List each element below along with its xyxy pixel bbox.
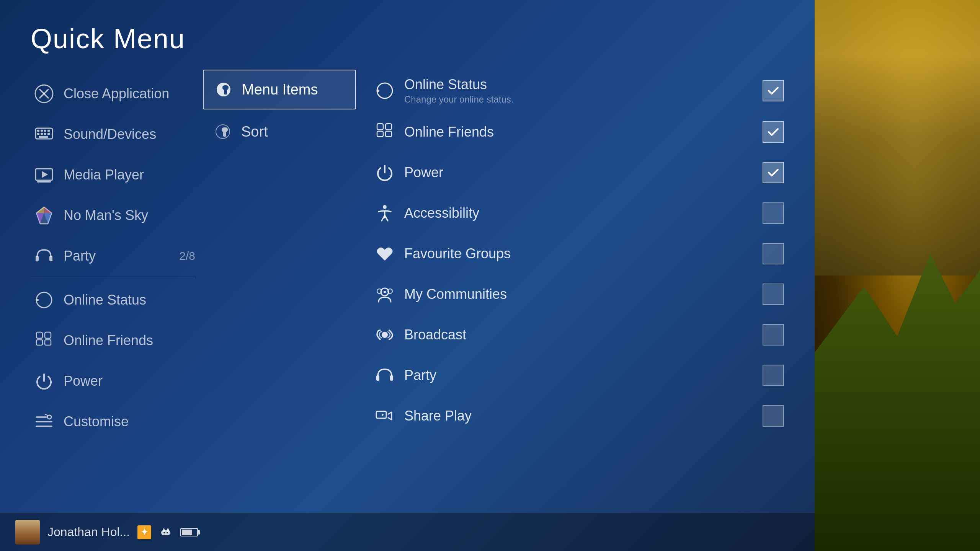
share-play-icon [371, 403, 398, 429]
settings-item-power[interactable]: Power [371, 152, 784, 193]
settings-favourite-groups-content: Favourite Groups [404, 246, 763, 262]
settings-headset-icon [371, 362, 398, 389]
settings-party-checkbox[interactable] [763, 365, 784, 386]
settings-online-status-content: Online Status Change your online status. [404, 77, 763, 105]
svg-rect-4 [37, 130, 39, 132]
settings-online-friends-content: Online Friends [404, 124, 763, 140]
settings-broadcast-checkbox[interactable] [763, 324, 784, 346]
power-label: Power [64, 373, 103, 389]
svg-rect-8 [37, 133, 39, 135]
username: Jonathan Hol... [47, 525, 130, 539]
submenu-item-sort[interactable]: Sort [203, 112, 356, 151]
settings-my-communities-name: My Communities [404, 286, 763, 302]
svg-rect-41 [385, 124, 392, 130]
middle-menu: Menu Items Sort [203, 66, 356, 513]
party-badge: 2/8 [179, 249, 195, 262]
settings-favourite-groups-name: Favourite Groups [404, 246, 763, 262]
settings-item-share-play[interactable]: Share Play [371, 396, 784, 436]
settings-my-communities-content: My Communities [404, 286, 763, 302]
sort-label: Sort [241, 124, 268, 140]
no-mans-sky-label: No Man's Sky [64, 207, 148, 223]
power-icon [31, 368, 57, 395]
cancel-circle-icon [31, 80, 57, 107]
svg-rect-27 [45, 332, 51, 338]
settings-power-content: Power [404, 165, 763, 181]
sidebar-item-online-status[interactable]: Online Status [31, 280, 195, 320]
svg-rect-26 [36, 340, 42, 345]
sidebar-item-customise[interactable]: Customise [31, 401, 195, 442]
svg-rect-9 [41, 133, 43, 135]
wrench-icon [212, 121, 234, 142]
svg-marker-15 [42, 171, 48, 178]
settings-favourite-groups-checkbox[interactable] [763, 243, 784, 264]
svg-rect-11 [47, 133, 50, 135]
svg-rect-7 [47, 130, 50, 132]
settings-party-name: Party [404, 367, 763, 383]
settings-share-play-content: Share Play [404, 408, 763, 424]
svg-rect-5 [41, 130, 43, 132]
broadcast-icon [371, 321, 398, 348]
svg-point-45 [384, 291, 386, 293]
settings-online-status-name: Online Status [404, 77, 763, 93]
sidebar-item-close-application[interactable]: Close Application [31, 73, 195, 114]
settings-online-status-checkbox[interactable] [763, 80, 784, 101]
svg-rect-25 [36, 332, 42, 338]
svg-rect-10 [44, 133, 46, 135]
face-status-icon [31, 287, 57, 313]
svg-point-38 [377, 90, 379, 92]
settings-accessibility-name: Accessibility [404, 205, 763, 221]
settings-item-favourite-groups[interactable]: Favourite Groups [371, 233, 784, 274]
heart-icon [371, 240, 398, 267]
friends-icon [31, 327, 57, 354]
svg-point-57 [167, 532, 168, 533]
svg-rect-40 [377, 131, 383, 137]
sidebar-item-online-friends[interactable]: Online Friends [31, 320, 195, 361]
settings-broadcast-content: Broadcast [404, 327, 763, 343]
customise-label: Customise [64, 414, 129, 430]
svg-rect-50 [390, 375, 393, 381]
svg-point-32 [47, 415, 51, 419]
svg-marker-52 [382, 413, 384, 416]
settings-share-play-name: Share Play [404, 408, 763, 424]
online-friends-label: Online Friends [64, 333, 153, 349]
sidebar-item-party[interactable]: Party 2/8 [31, 236, 195, 276]
svg-rect-42 [385, 131, 392, 137]
svg-line-33 [45, 414, 48, 416]
submenu-item-menu-items[interactable]: Menu Items [203, 70, 356, 109]
settings-item-my-communities[interactable]: My Communities [371, 274, 784, 315]
svg-rect-14 [37, 181, 51, 183]
svg-rect-6 [44, 130, 46, 132]
settings-item-party[interactable]: Party [371, 355, 784, 396]
sidebar-item-sound-devices[interactable]: Sound/Devices [31, 114, 195, 155]
game-icon [31, 202, 57, 229]
settings-online-status-desc: Change your online status. [404, 94, 763, 105]
settings-share-play-checkbox[interactable] [763, 405, 784, 427]
settings-item-accessibility[interactable]: Accessibility [371, 193, 784, 233]
ps-plus-icon: ✦ [137, 525, 151, 539]
settings-face-status-icon [371, 77, 398, 104]
settings-my-communities-checkbox[interactable] [763, 284, 784, 305]
svg-rect-39 [377, 124, 383, 130]
settings-online-friends-checkbox[interactable] [763, 121, 784, 143]
settings-item-broadcast[interactable]: Broadcast [371, 315, 784, 355]
settings-panel: Online Status Change your online status. [371, 66, 784, 513]
sidebar-item-media-player[interactable]: Media Player [31, 155, 195, 195]
svg-rect-28 [45, 340, 51, 345]
settings-item-online-status[interactable]: Online Status Change your online status. [371, 70, 784, 112]
media-icon [31, 161, 57, 188]
sidebar-item-no-mans-sky[interactable]: No Man's Sky [31, 195, 195, 236]
wrench-active-icon [213, 79, 234, 100]
settings-accessibility-checkbox[interactable] [763, 202, 784, 224]
svg-rect-54 [163, 528, 165, 532]
settings-power-checkbox[interactable] [763, 162, 784, 183]
settings-online-friends-name: Online Friends [404, 124, 763, 140]
svg-rect-49 [376, 375, 379, 381]
settings-item-online-friends[interactable]: Online Friends [371, 112, 784, 152]
status-bar: Jonathan Hol... ✦ [0, 513, 815, 551]
menu-items-label: Menu Items [242, 82, 318, 98]
customise-icon [31, 408, 57, 435]
sidebar-item-power[interactable]: Power [31, 361, 195, 401]
svg-point-43 [383, 205, 387, 209]
settings-power-icon [371, 159, 398, 186]
svg-point-24 [36, 299, 39, 301]
